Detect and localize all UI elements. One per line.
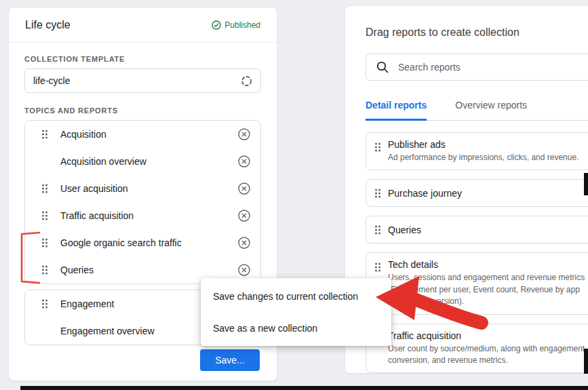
tab-overview-reports[interactable]: Overview reports [455, 100, 527, 120]
drag-handle-icon[interactable] [41, 184, 48, 193]
tab-detail-reports[interactable]: Detail reports [366, 100, 427, 121]
search-reports-input[interactable] [398, 62, 587, 73]
collection-header: Life cycle Published [9, 7, 277, 43]
list-item-label: Queries [60, 265, 94, 275]
report-card-traffic-acquisition[interactable]: Traffic acquisition User count by source… [366, 324, 588, 374]
reports-panel-title: Drag reports to create collection [366, 26, 588, 39]
remove-icon[interactable] [237, 209, 251, 222]
drag-handle-icon[interactable] [374, 189, 381, 198]
report-list: Publisher ads Ad performance by impressi… [366, 132, 588, 373]
report-card-publisher-ads[interactable]: Publisher ads Ad performance by impressi… [366, 132, 588, 170]
list-item[interactable]: Acquisition overview [25, 148, 260, 175]
list-item-label: Google organic search traffic [60, 237, 182, 248]
remove-icon[interactable] [237, 182, 251, 195]
report-title: Tech details [388, 259, 588, 270]
screenshot-edge-artifact [584, 349, 588, 374]
search-reports-field[interactable] [366, 54, 588, 81]
list-item[interactable]: Google organic search traffic [25, 229, 260, 256]
report-card-purchase-journey[interactable]: Purchase journey [366, 179, 588, 207]
report-title: Purchase journey [388, 188, 462, 199]
list-item[interactable]: User acquisition [25, 175, 260, 202]
drag-handle-icon[interactable] [374, 225, 381, 235]
report-title: Traffic acquisition [388, 330, 588, 341]
published-label: Published [224, 20, 260, 30]
search-icon [376, 61, 389, 73]
report-description: User count by source/medium, along with … [388, 343, 588, 367]
drag-handle-icon[interactable] [41, 211, 48, 220]
menu-item-save-new[interactable]: Save as a new collection [201, 312, 391, 344]
collection-template-input[interactable] [33, 75, 241, 86]
report-card-queries[interactable]: Queries [366, 216, 588, 243]
report-title: Publisher ads [388, 139, 579, 150]
report-description: Users, sessions and engagement and reven… [388, 272, 588, 307]
loading-spinner-icon [241, 75, 252, 87]
report-card-tech-details[interactable]: Tech details Users, sessions and engagem… [366, 252, 588, 314]
drag-handle-icon[interactable] [41, 130, 48, 139]
save-dropdown-menu: Save changes to current collection Save … [201, 278, 391, 346]
menu-item-save-current[interactable]: Save changes to current collection [201, 280, 391, 312]
screenshot-stage: Life cycle Published COLLECTION TEMPLATE… [0, 0, 588, 390]
collection-template-field[interactable] [24, 69, 261, 93]
list-item[interactable]: Acquisition [25, 121, 260, 148]
screenshot-edge-artifact [20, 386, 588, 390]
list-item[interactable]: Traffic acquisition [25, 202, 260, 229]
remove-icon[interactable] [237, 263, 251, 277]
remove-icon[interactable] [237, 128, 251, 141]
remove-icon[interactable] [237, 155, 251, 168]
list-item-label: User acquisition [60, 183, 128, 194]
report-title: Queries [388, 225, 421, 235]
published-check-icon [212, 20, 221, 30]
remove-icon[interactable] [237, 236, 251, 250]
list-item-label: Engagement overview [60, 326, 155, 336]
list-item-label: Acquisition [60, 129, 106, 140]
report-description: Ad performance by impressions, clicks, a… [388, 152, 579, 163]
published-badge: Published [212, 20, 260, 30]
topics-and-reports-label: TOPICS AND REPORTS [24, 106, 261, 115]
topic-group-acquisition: Acquisition Acquisition overview [24, 120, 261, 284]
list-item-label: Engagement [60, 298, 114, 309]
drag-handle-icon[interactable] [374, 142, 381, 163]
save-button[interactable]: Save... [200, 349, 260, 371]
list-item-label: Acquisition overview [60, 156, 146, 167]
list-item-label: Traffic acquisition [60, 210, 134, 221]
drag-handle-icon[interactable] [41, 299, 48, 309]
drag-handle-icon[interactable] [41, 238, 48, 248]
screenshot-edge-artifact [584, 173, 588, 195]
report-tabs: Detail reports Overview reports [366, 100, 588, 121]
collection-template-label: COLLECTION TEMPLATE [24, 55, 261, 63]
drag-handle-icon[interactable] [41, 265, 48, 275]
collection-title: Life cycle [25, 19, 71, 31]
